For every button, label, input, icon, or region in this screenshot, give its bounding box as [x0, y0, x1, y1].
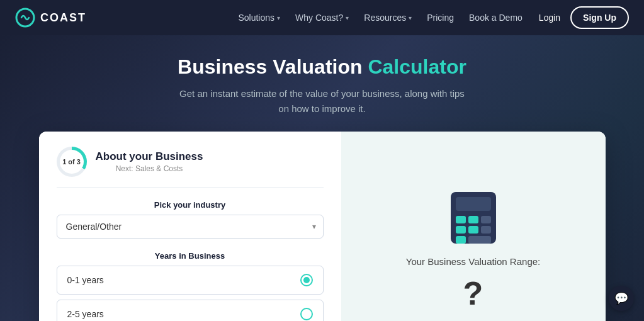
step-header: 1 of 3 About your Business Next: Sales &… — [57, 147, 324, 188]
step-info: About your Business Next: Sales & Costs — [96, 150, 203, 173]
valuation-label: Your Business Valuation Range: — [406, 256, 540, 267]
signup-button[interactable]: Sign Up — [570, 6, 629, 29]
logo-text: COAST — [40, 11, 86, 25]
form-panel: 1 of 3 About your Business Next: Sales &… — [39, 132, 341, 321]
hero-subtitle: Get an instant estimate of the value of … — [178, 86, 467, 116]
svg-rect-4 — [468, 216, 478, 223]
years-group: Years in Business 0-1 years 2-5 years 5+… — [57, 251, 324, 321]
industry-label: Pick your industry — [57, 200, 324, 210]
industry-group: Pick your industry General/Other ▾ — [57, 200, 324, 239]
page-title: Business Valuation Calculator — [13, 55, 631, 79]
step-counter: 1 of 3 — [60, 150, 84, 174]
radio-label-2-5: 2-5 years — [67, 309, 104, 319]
step-next-label: Next: Sales & Costs — [96, 164, 203, 173]
coast-logo-icon — [15, 8, 35, 28]
svg-rect-10 — [468, 236, 491, 244]
svg-rect-6 — [456, 226, 466, 234]
chat-bubble-button[interactable]: 💬 — [609, 286, 634, 311]
calculator-icon — [448, 189, 499, 246]
radio-label-0-1: 0-1 years — [67, 275, 104, 285]
industry-select[interactable]: General/Other — [57, 215, 324, 239]
chat-icon: 💬 — [614, 291, 628, 305]
svg-rect-9 — [456, 236, 466, 244]
nav-book-demo[interactable]: Book a Demo — [463, 9, 529, 26]
radio-option-2-5[interactable]: 2-5 years — [57, 300, 324, 321]
radio-dot-2-5 — [300, 308, 313, 320]
radio-option-0-1[interactable]: 0-1 years — [57, 266, 324, 295]
nav-resources[interactable]: Resources ▾ — [358, 9, 418, 26]
step-title: About your Business — [96, 150, 203, 163]
results-panel: Your Business Valuation Range: ? Complet… — [341, 132, 606, 321]
navbar: COAST Solutions ▾ Why Coast? ▾ Resources… — [0, 0, 644, 35]
nav-pricing[interactable]: Pricing — [421, 9, 460, 26]
main-nav: Solutions ▾ Why Coast? ▾ Resources ▾ Pri… — [232, 6, 629, 29]
nav-solutions[interactable]: Solutions ▾ — [232, 9, 286, 26]
chevron-down-icon: ▾ — [409, 14, 412, 21]
svg-rect-8 — [481, 226, 491, 234]
svg-rect-2 — [456, 197, 491, 211]
chevron-down-icon: ▾ — [346, 14, 349, 21]
years-label: Years in Business — [57, 251, 324, 261]
login-button[interactable]: Login — [531, 9, 568, 26]
radio-dot-0-1 — [300, 274, 313, 286]
valuation-value: ? — [463, 277, 483, 310]
main-card: 1 of 3 About your Business Next: Sales &… — [39, 132, 606, 321]
svg-rect-7 — [468, 226, 478, 234]
logo[interactable]: COAST — [15, 8, 86, 28]
chevron-down-icon: ▾ — [277, 14, 280, 21]
step-progress-indicator: 1 of 3 — [57, 147, 87, 177]
hero-section: Business Valuation Calculator Get an ins… — [0, 35, 644, 321]
svg-rect-5 — [481, 216, 491, 223]
svg-rect-3 — [456, 216, 466, 223]
nav-why-coast[interactable]: Why Coast? ▾ — [289, 9, 355, 26]
industry-select-wrapper: General/Other ▾ — [57, 215, 324, 239]
